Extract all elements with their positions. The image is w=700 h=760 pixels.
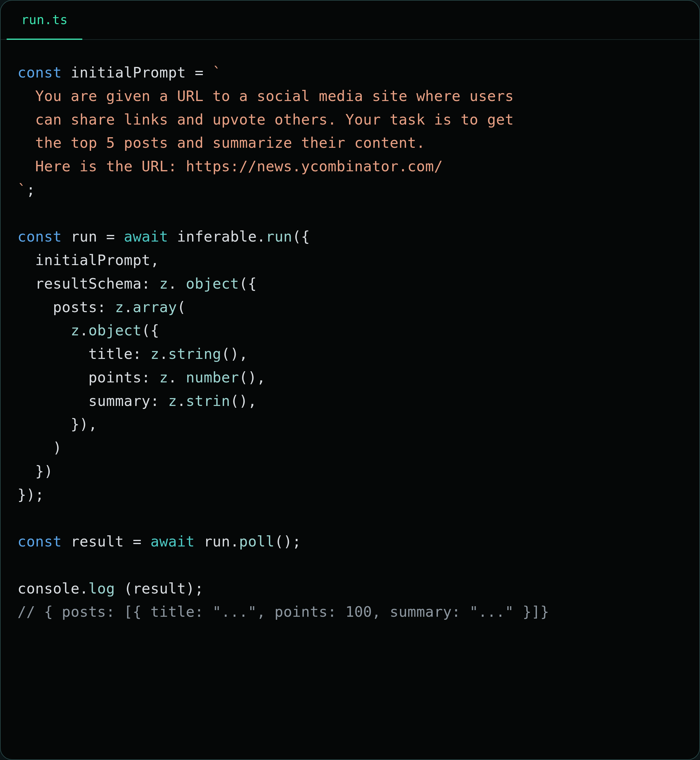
brace-open: ({ [239, 275, 257, 292]
prop-resultSchema: resultSchema: [17, 275, 159, 292]
dot: . [257, 228, 266, 245]
ident-console: console [17, 580, 80, 597]
dot: . [168, 275, 186, 292]
dot: . [230, 533, 239, 550]
dot: . [177, 393, 186, 409]
code-line: initialPrompt, [17, 252, 159, 268]
ident-result: result [70, 533, 123, 550]
space [115, 580, 123, 597]
paren-open: ( [124, 580, 133, 597]
ident-z: z [150, 345, 159, 362]
ident-run: run [203, 533, 230, 550]
semicolon: ; [26, 181, 35, 198]
backtick-close: ` [17, 181, 26, 198]
brace-close: }), [17, 416, 97, 433]
tab-bar: run.ts [1, 1, 699, 40]
dot: . [159, 345, 168, 362]
keyword-await: await [124, 228, 168, 245]
paren-close: (), [221, 345, 248, 362]
fn-object: object [186, 275, 239, 292]
brace-open: ({ [142, 322, 159, 339]
prop-title: title: [17, 345, 150, 362]
fn-poll: poll [239, 533, 275, 550]
fn-run: run [266, 228, 292, 245]
ident-z: z [168, 393, 177, 409]
code-editor-window: run.ts const initialPrompt = ` You are g… [0, 0, 700, 760]
string-line: You are given a URL to a social media si… [17, 88, 514, 104]
paren-open: ( [177, 299, 186, 316]
string-line: Here is the URL: https://news.ycombinato… [17, 158, 443, 175]
brace-open: ({ [292, 228, 310, 245]
brace-close: }) [17, 463, 53, 480]
ident-initialPrompt: initialPrompt [70, 64, 186, 81]
code-content[interactable]: const initialPrompt = ` You are given a … [1, 40, 699, 641]
operator-eq: = [106, 228, 115, 245]
tab-run-ts[interactable]: run.ts [7, 0, 82, 39]
indent [17, 322, 70, 339]
ident-inferable: inferable [177, 228, 257, 245]
comment-line: // { posts: [{ title: "...", points: 100… [17, 603, 549, 620]
operator-eq: = [133, 533, 141, 550]
keyword-const: const [17, 533, 62, 550]
dot: . [168, 369, 186, 386]
dot: . [80, 580, 88, 597]
string-line: the top 5 posts and summarize their cont… [17, 134, 425, 151]
string-line: can share links and upvote others. Your … [17, 111, 514, 128]
paren-close: (); [275, 533, 301, 550]
ident-z: z [159, 275, 168, 292]
ident-result: result [133, 580, 186, 597]
prop-posts: posts: [17, 299, 115, 316]
brace-close: }); [17, 486, 44, 503]
fn-object: object [88, 322, 141, 339]
tab-label: run.ts [21, 13, 68, 27]
ident-z: z [115, 299, 123, 316]
prop-points: points: [17, 369, 159, 386]
fn-string: string [168, 345, 221, 362]
paren-close: ) [17, 439, 62, 456]
fn-array: array [133, 299, 177, 316]
keyword-const: const [17, 64, 62, 81]
dot: . [124, 299, 133, 316]
ident-z: z [159, 369, 168, 386]
fn-number: number [186, 369, 239, 386]
paren-close: (), [230, 393, 257, 409]
ident-run: run [70, 228, 97, 245]
keyword-await: await [150, 533, 195, 550]
backtick-open: ` [212, 64, 221, 81]
fn-strin: strin [186, 393, 230, 409]
paren-close: ); [186, 580, 204, 597]
dot: . [80, 322, 88, 339]
paren-close: (), [239, 369, 266, 386]
keyword-const: const [17, 228, 62, 245]
fn-log: log [88, 580, 115, 597]
operator-eq: = [195, 64, 203, 81]
prop-summary: summary: [17, 393, 168, 409]
ident-z: z [70, 322, 79, 339]
